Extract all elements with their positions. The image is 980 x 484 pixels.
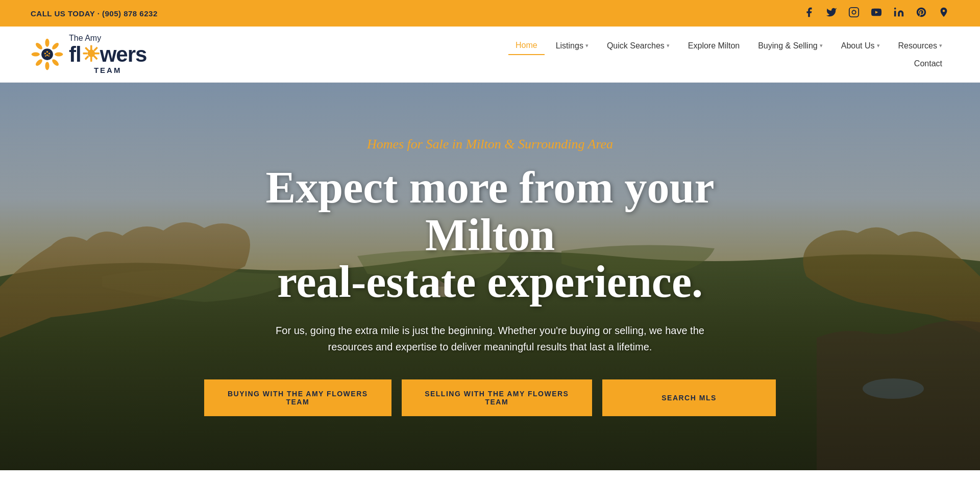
instagram-icon[interactable] <box>848 7 860 20</box>
nav-item-quick-searches[interactable]: Quick Searches ▾ <box>600 37 677 55</box>
navbar: The Amy fl☀wers TEAM Home Listings ▾ Qui… <box>0 27 980 83</box>
nav-item-home[interactable]: Home <box>508 37 545 55</box>
nav-item-listings[interactable]: Listings ▾ <box>549 37 596 55</box>
google-maps-icon[interactable] <box>938 7 949 20</box>
svg-point-5 <box>51 42 60 50</box>
pinterest-icon[interactable] <box>916 7 927 20</box>
svg-point-10 <box>32 52 40 56</box>
svg-point-9 <box>35 58 43 67</box>
logo-flowers: fl☀wers <box>69 43 146 66</box>
hero-subtitle: Homes for Sale in Milton & Surrounding A… <box>204 137 776 152</box>
svg-point-18 <box>48 56 50 57</box>
nav-row-1: Home Listings ▾ Quick Searches ▾ Explore… <box>466 37 949 55</box>
hero-description: For us, going the extra mile is just the… <box>271 322 709 355</box>
selling-button[interactable]: SELLING WITH THE AMY FLOWERS TEAM <box>402 379 592 416</box>
hero-content: Homes for Sale in Milton & Surrounding A… <box>184 137 796 416</box>
buying-button[interactable]: BUYING WITH THE AMY FLOWERS TEAM <box>204 379 391 416</box>
search-mls-button[interactable]: SEARCH MLS <box>602 379 776 416</box>
nav-menu: Home Listings ▾ Quick Searches ▾ Explore… <box>466 37 949 72</box>
logo-the-amy: The Amy <box>69 34 146 43</box>
hero-buttons: BUYING WITH THE AMY FLOWERS TEAM SELLING… <box>204 379 776 416</box>
nav-row-2: Contact <box>466 55 949 72</box>
svg-point-7 <box>51 58 60 67</box>
svg-rect-0 <box>849 7 859 16</box>
youtube-icon[interactable] <box>871 7 882 20</box>
top-bar: CALL US TODAY · (905) 878 6232 <box>0 0 980 27</box>
social-icons-container <box>803 7 949 20</box>
logo-team: TEAM <box>69 66 146 75</box>
nav-item-explore-milton[interactable]: Explore Milton <box>681 37 747 55</box>
svg-point-4 <box>45 39 49 47</box>
linkedin-icon[interactable] <box>893 7 904 20</box>
twitter-icon[interactable] <box>826 7 837 20</box>
hero-title: Expect more from your Milton real-estate… <box>204 164 776 305</box>
svg-point-8 <box>45 62 49 70</box>
phone-label: CALL US TODAY · (905) 878 6232 <box>31 9 158 18</box>
resources-chevron: ▾ <box>939 42 942 49</box>
nav-item-resources[interactable]: Resources ▾ <box>891 37 949 55</box>
listings-chevron: ▾ <box>585 42 589 49</box>
nav-item-buying-selling[interactable]: Buying & Selling ▾ <box>751 37 830 55</box>
hero-section: Homes for Sale in Milton & Surrounding A… <box>0 83 980 470</box>
buying-selling-chevron: ▾ <box>820 42 823 49</box>
svg-point-13 <box>46 51 48 53</box>
logo-text-block: The Amy fl☀wers TEAM <box>69 34 146 74</box>
svg-point-16 <box>46 55 48 56</box>
svg-point-6 <box>55 52 63 56</box>
sunflower-logo-icon <box>31 38 64 71</box>
hero-title-line1: Expect more from your Milton <box>266 163 715 259</box>
nav-item-contact[interactable]: Contact <box>907 55 949 72</box>
svg-point-15 <box>48 53 50 54</box>
svg-point-14 <box>44 53 46 54</box>
logo[interactable]: The Amy fl☀wers TEAM <box>31 34 146 74</box>
facebook-icon[interactable] <box>803 7 815 20</box>
svg-point-3 <box>894 7 896 9</box>
about-us-chevron: ▾ <box>877 42 880 49</box>
nav-item-about-us[interactable]: About Us ▾ <box>834 37 887 55</box>
svg-point-11 <box>35 42 43 50</box>
hero-title-line2: real-estate experience. <box>277 257 703 307</box>
svg-point-17 <box>45 56 46 57</box>
quick-searches-chevron: ▾ <box>667 42 670 49</box>
